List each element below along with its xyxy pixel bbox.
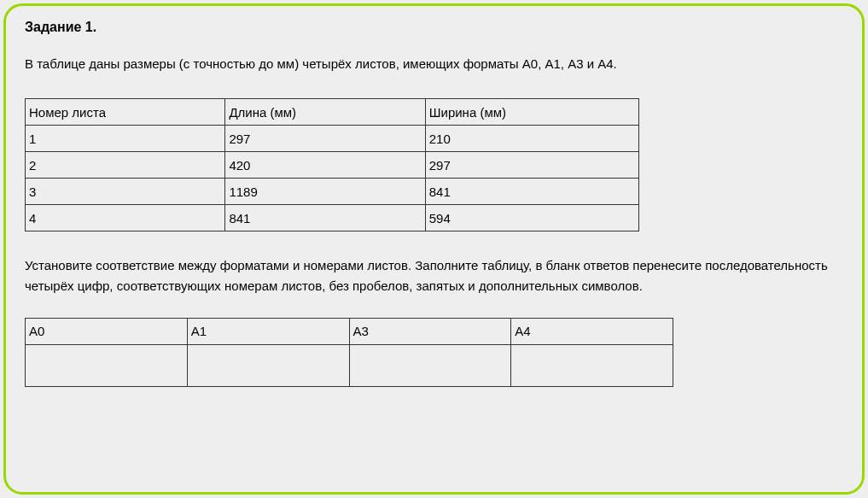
col-sheet-number: Номер листа <box>26 99 225 126</box>
col-length: Длина (мм) <box>225 99 425 126</box>
answer-header-a1: А1 <box>187 318 349 344</box>
answer-cell <box>511 344 673 386</box>
task-title: Задание 1. <box>25 20 843 35</box>
table-row: 1 297 210 <box>26 126 639 152</box>
answer-header-a4: А4 <box>511 318 673 344</box>
table-row: Номер листа Длина (мм) Ширина (мм) <box>26 99 639 126</box>
col-width: Ширина (мм) <box>425 99 638 126</box>
table-row: А0 А1 А3 А4 <box>26 318 673 344</box>
answer-cell <box>187 344 349 386</box>
answer-cell <box>349 344 511 386</box>
table-row: 2 420 297 <box>26 152 639 179</box>
answer-cell <box>26 344 188 386</box>
answer-header-a0: А0 <box>26 318 188 344</box>
task-card: Задание 1. В таблице даны размеры (с точ… <box>3 3 865 495</box>
table-row <box>26 344 673 386</box>
instructions-text: Установите соответствие между форматами … <box>25 255 843 296</box>
table-row: 3 1189 841 <box>26 179 639 205</box>
sizes-table: Номер листа Длина (мм) Ширина (мм) 1 297… <box>25 98 639 231</box>
table-row: 4 841 594 <box>26 205 639 231</box>
answer-header-a3: А3 <box>349 318 511 344</box>
answer-table: А0 А1 А3 А4 <box>25 318 673 387</box>
intro-text: В таблице даны размеры (с точностью до м… <box>25 56 843 73</box>
